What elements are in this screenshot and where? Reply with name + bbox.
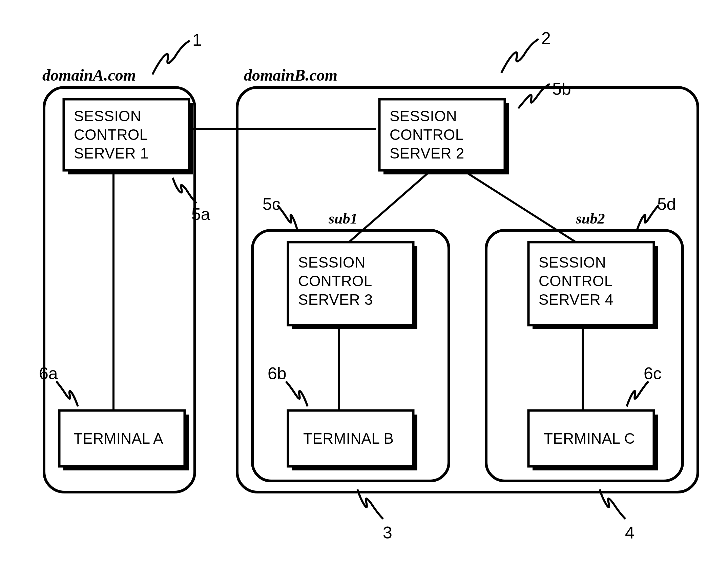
server-3-box: SESSION CONTROL SERVER 3 [288, 242, 417, 329]
svg-text:SERVER 1: SERVER 1 [74, 145, 149, 162]
server-1-box: SESSION CONTROL SERVER 1 [64, 99, 193, 174]
svg-text:5a: 5a [191, 205, 210, 224]
svg-text:CONTROL: CONTROL [74, 126, 148, 143]
domain-a-title: domainA.com [42, 66, 136, 84]
svg-text:5c: 5c [263, 195, 280, 214]
svg-text:CONTROL: CONTROL [390, 126, 464, 143]
server-4-box: SESSION CONTROL SERVER 4 [528, 242, 658, 329]
terminal-a-box: TERMINAL A [59, 410, 189, 470]
svg-text:CONTROL: CONTROL [539, 273, 613, 289]
svg-text:3: 3 [383, 523, 392, 542]
svg-text:TERMINAL C: TERMINAL C [544, 430, 635, 447]
svg-text:SESSION: SESSION [74, 108, 141, 124]
svg-text:1: 1 [192, 30, 202, 49]
svg-text:TERMINAL A: TERMINAL A [74, 430, 163, 447]
sub2-title: sub2 [576, 210, 605, 227]
svg-text:4: 4 [625, 523, 635, 542]
svg-text:SESSION: SESSION [298, 254, 366, 271]
svg-text:CONTROL: CONTROL [298, 273, 372, 289]
svg-text:6a: 6a [39, 364, 58, 383]
svg-text:SERVER 2: SERVER 2 [390, 145, 464, 162]
domain-b-title: domainB.com [244, 66, 337, 84]
svg-text:5d: 5d [657, 195, 676, 214]
svg-text:5b: 5b [552, 80, 571, 99]
svg-text:SERVER 4: SERVER 4 [539, 291, 613, 308]
svg-text:6c: 6c [644, 364, 662, 383]
svg-text:TERMINAL B: TERMINAL B [303, 430, 394, 447]
svg-text:6b: 6b [268, 364, 287, 383]
svg-text:SESSION: SESSION [539, 254, 606, 271]
sub1-title: sub1 [328, 210, 358, 227]
terminal-b-box: TERMINAL B [288, 410, 417, 470]
svg-text:SESSION: SESSION [390, 108, 457, 124]
svg-text:2: 2 [541, 29, 551, 48]
server-2-box: SESSION CONTROL SERVER 2 [379, 99, 509, 174]
svg-text:SERVER 3: SERVER 3 [298, 291, 373, 308]
terminal-c-box: TERMINAL C [528, 410, 658, 470]
